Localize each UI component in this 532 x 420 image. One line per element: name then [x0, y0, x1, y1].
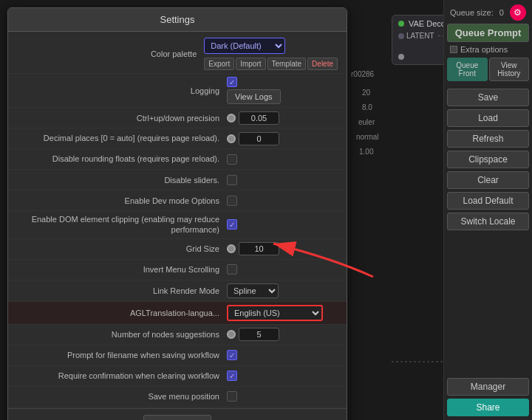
invert-scroll-label: Invert Menu Scrolling — [17, 265, 227, 274]
settings-dialog: Settings Color palette Dark (Default) Li… — [7, 7, 347, 420]
extra-options-checkbox[interactable] — [450, 46, 457, 53]
gear-button[interactable]: ⚙ — [510, 4, 526, 21]
queue-size-value: 0 — [499, 8, 504, 17]
canvas-label: normal — [356, 133, 379, 141]
queue-size-row: Queue size: 0 ⚙ — [447, 3, 529, 22]
view-logs-button[interactable]: View Logs — [227, 89, 281, 104]
extra-options-row: Extra options — [447, 44, 529, 55]
node-suggestions-label: Number of nodes suggestions — [17, 330, 227, 339]
delete-button[interactable]: Delete — [307, 58, 338, 70]
latent-label: LATENT — [406, 32, 434, 40]
dev-mode-control — [227, 196, 338, 206]
queue-size-label: Queue size: — [450, 8, 494, 17]
load-default-button[interactable]: Load Default — [447, 192, 529, 210]
invert-scroll-row: Invert Menu Scrolling — [8, 260, 347, 280]
agl-translation-row: AGLTranslation-langua... English (US) Fr… — [8, 302, 347, 325]
logging-label: Logging — [17, 86, 227, 95]
agl-translation-select[interactable]: English (US) French German Spanish Chine… — [227, 305, 323, 321]
refresh-button[interactable]: Refresh — [447, 130, 529, 148]
link-render-control: Spline Linear Straight — [227, 283, 338, 298]
require-confirm-row: Require confirmation when clearing workf… — [8, 366, 347, 387]
require-confirm-control: ✓ — [227, 371, 338, 381]
right-sidebar: Queue size: 0 ⚙ Queue Prompt Extra optio… — [443, 0, 532, 420]
disable-sliders-label: Disable sliders. — [17, 176, 227, 185]
canvas-label: euler — [358, 118, 375, 126]
dom-clipping-control: ✓ — [227, 219, 338, 230]
save-menu-control — [227, 391, 338, 402]
node-suggestions-input[interactable] — [239, 328, 279, 341]
canvas-label: 8.0 — [362, 103, 372, 111]
dev-mode-row: Enable Dev mode Options — [8, 190, 347, 211]
color-palette-select[interactable]: Dark (Default) Light Custom — [204, 38, 285, 54]
ctrl-precision-input[interactable] — [239, 111, 279, 125]
link-render-label: Link Render Mode — [17, 286, 227, 295]
load-button[interactable]: Load — [447, 109, 529, 127]
invert-scroll-checkbox[interactable] — [227, 264, 237, 275]
prompt-filename-checkbox[interactable]: ✓ — [227, 350, 237, 360]
require-confirm-checkbox[interactable]: ✓ — [227, 371, 237, 381]
switch-locale-button[interactable]: Switch Locale — [447, 213, 529, 230]
decimal-places-slider[interactable] — [227, 134, 236, 143]
dev-mode-checkbox[interactable] — [227, 196, 237, 206]
queue-history-row: Queue Front View History — [447, 57, 529, 82]
dom-clipping-label: Enable DOM element clipping (enabling ma… — [17, 214, 227, 235]
color-palette-control: Dark (Default) Light Custom Export Impor… — [204, 38, 338, 70]
link-render-row: Link Render Mode Spline Linear Straight — [8, 280, 347, 302]
save-menu-row: Save menu position — [8, 387, 347, 407]
template-button[interactable]: Template — [267, 58, 307, 70]
queue-front-button[interactable]: Queue Front — [447, 58, 488, 81]
grid-size-label: Grid Size — [17, 244, 227, 253]
prompt-filename-row: Prompt for filename when saving workflow… — [8, 345, 347, 366]
dom-clipping-row: Enable DOM element clipping (enabling ma… — [8, 211, 347, 239]
decimal-places-input[interactable] — [239, 132, 279, 145]
dialog-title: Settings — [8, 8, 347, 32]
connector-lines — [392, 354, 451, 376]
export-button[interactable]: Export — [204, 58, 234, 70]
clear-button[interactable]: Clear — [447, 171, 529, 189]
dev-mode-label: Enable Dev mode Options — [17, 196, 227, 205]
close-button[interactable]: Close — [143, 415, 212, 420]
logging-checkbox[interactable]: ✓ — [227, 77, 237, 87]
extra-options-label: Extra options — [460, 45, 508, 54]
prompt-filename-label: Prompt for filename when saving workflow — [17, 350, 227, 360]
color-palette-row: Color palette Dark (Default) Light Custo… — [8, 35, 347, 74]
link-render-select[interactable]: Spline Linear Straight — [227, 283, 279, 298]
settings-body: Color palette Dark (Default) Light Custo… — [8, 32, 347, 408]
color-palette-label: Color palette — [17, 49, 204, 58]
node-suggestions-row: Number of nodes suggestions — [8, 325, 347, 345]
disable-rounding-checkbox[interactable] — [227, 154, 237, 165]
disable-rounding-row: Disable rounding floats (requires page r… — [8, 149, 347, 170]
node-dot — [398, 21, 404, 27]
dom-clipping-checkbox[interactable]: ✓ — [227, 219, 237, 230]
disable-sliders-checkbox[interactable] — [227, 175, 237, 185]
decimal-places-row: Decimal places [0 = auto] (requires page… — [8, 128, 347, 149]
queue-prompt-button[interactable]: Queue Prompt — [447, 24, 529, 42]
node-suggestions-slider[interactable] — [227, 330, 236, 339]
ctrl-precision-label: Ctrl+up/down precision — [17, 114, 227, 123]
import-button[interactable]: Import — [236, 58, 265, 70]
decimal-places-control — [227, 132, 338, 145]
invert-scroll-control — [227, 264, 338, 275]
ctrl-precision-control — [227, 111, 338, 125]
share-button[interactable]: Share — [447, 399, 529, 416]
close-row: Close — [8, 408, 347, 420]
canvas-label: 20 — [362, 89, 370, 97]
view-history-button[interactable]: View History — [489, 58, 530, 81]
disable-rounding-control — [227, 154, 338, 165]
save-button[interactable]: Save — [447, 89, 529, 106]
manager-button[interactable]: Manager — [447, 378, 529, 396]
disable-sliders-row: Disable sliders. — [8, 170, 347, 190]
ctrl-precision-slider[interactable] — [227, 114, 236, 123]
flex-spacer — [447, 233, 529, 376]
spacer — [447, 83, 529, 86]
save-menu-label: Save menu position — [17, 392, 227, 401]
agl-translation-control: English (US) French German Spanish Chine… — [227, 305, 338, 321]
save-menu-checkbox[interactable] — [227, 391, 237, 402]
grid-size-input[interactable] — [239, 242, 279, 255]
clipspace-button[interactable]: Clipspace — [447, 151, 529, 168]
grid-size-slider[interactable] — [227, 244, 236, 253]
logging-row: Logging ✓ View Logs — [8, 74, 347, 108]
latent-dot — [398, 33, 404, 39]
grid-size-row: Grid Size — [8, 239, 347, 260]
agl-translation-label: AGLTranslation-langua... — [17, 309, 227, 317]
